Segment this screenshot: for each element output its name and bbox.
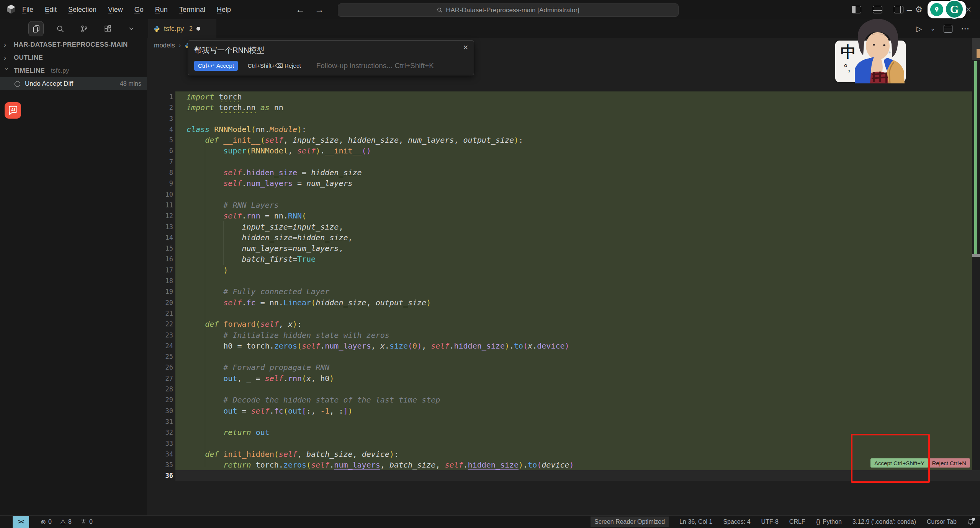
- broadcast-icon: [80, 518, 87, 526]
- section-label: HAR-DATASET-PREPROCESS-MAIN: [14, 41, 128, 49]
- more-actions-icon[interactable]: ⋯: [961, 24, 970, 34]
- code-content: 1import torch2import torch.nn as nn34cla…: [147, 91, 980, 481]
- follow-up-input[interactable]: Follow-up instructions... Ctrl+Shift+K: [316, 62, 434, 70]
- inline-reject-button[interactable]: Ctrl+Shift+⌫ Reject: [248, 62, 301, 69]
- nav-back-icon[interactable]: ←: [296, 4, 305, 15]
- code-line-text: [175, 275, 972, 286]
- toggle-panel-icon[interactable]: [873, 6, 882, 13]
- breadcrumb-folder[interactable]: models: [154, 42, 175, 49]
- line-number: 14: [147, 232, 175, 243]
- cursor-logo-icon: [6, 4, 16, 14]
- status-warning[interactable]: ⚠8: [60, 518, 72, 526]
- split-editor-icon[interactable]: [944, 25, 952, 33]
- svg-text:AI: AI: [11, 108, 15, 112]
- status-indentation[interactable]: Spaces: 4: [723, 518, 750, 525]
- window-close-button[interactable]: ✕: [965, 5, 972, 14]
- tab-tsfc-py[interactable]: tsfc.py 2: [148, 19, 216, 38]
- code-line-text: out, _ = self.rnn(x, h0): [175, 373, 972, 384]
- inline-accept-button[interactable]: Ctrl+↵ Accept: [194, 61, 238, 71]
- search-view-icon[interactable]: [53, 21, 67, 36]
- code-line: 22 def forward(self, x):: [147, 319, 980, 329]
- window-minimize-button[interactable]: –: [907, 0, 912, 19]
- status-encoding[interactable]: UTF-8: [761, 518, 779, 525]
- command-center-search[interactable]: HAR-Dataset-Preprocess-main [Administrat…: [338, 3, 679, 17]
- diff-reject-button[interactable]: Reject Ctrl+N: [928, 458, 970, 468]
- menu-bar: FileEditSelectionViewGoRunTerminalHelp: [22, 0, 231, 19]
- sidebar-section-outline[interactable]: ›OUTLINE: [0, 51, 147, 64]
- menu-help[interactable]: Help: [217, 6, 231, 14]
- remote-indicator[interactable]: ><: [13, 516, 29, 528]
- tab-label: tsfc.py: [164, 25, 184, 33]
- status-python-interpreter[interactable]: 3.12.9 ('.conda': conda): [852, 518, 916, 525]
- status-screen-reader[interactable]: Screen Reader Optimized: [591, 517, 669, 527]
- code-line-text: self.rnn = nn.RNN(: [175, 210, 972, 221]
- vscode-window: FileEditSelectionViewGoRunTerminalHelp ←…: [0, 0, 980, 528]
- toggle-secondary-sidebar-icon[interactable]: [894, 6, 903, 13]
- menu-run[interactable]: Run: [155, 6, 168, 14]
- line-number: 2: [147, 102, 175, 113]
- line-number: 35: [147, 460, 175, 470]
- status-cursor-tab[interactable]: Cursor Tab: [927, 518, 957, 525]
- line-number: 11: [147, 200, 175, 210]
- line-number: 23: [147, 330, 175, 341]
- status-eol[interactable]: CRLF: [789, 518, 805, 525]
- line-number: 10: [147, 189, 175, 200]
- explorer-icon[interactable]: [28, 21, 44, 36]
- menu-go[interactable]: Go: [134, 6, 144, 14]
- status-cursor-position[interactable]: Ln 36, Col 1: [679, 518, 712, 525]
- inline-chat-widget[interactable]: ✕ 帮我写一个RNN模型 Ctrl+↵ Accept Ctrl+Shift+⌫ …: [188, 40, 474, 75]
- code-line: 8 self.hidden_size = hidden_size: [147, 167, 980, 178]
- ai-assistant-button[interactable]: AI: [5, 102, 21, 119]
- nav-forward-icon[interactable]: →: [315, 4, 324, 15]
- menu-terminal[interactable]: Terminal: [179, 6, 205, 14]
- code-line-text: self.num_layers = num_layers: [175, 178, 972, 189]
- code-line: 11 # RNN Layers: [147, 200, 980, 210]
- close-icon[interactable]: ✕: [463, 44, 468, 52]
- run-python-file-button[interactable]: ▷: [916, 24, 922, 33]
- line-number: 5: [147, 135, 175, 145]
- code-line: 4class RNNModel(nn.Module):: [147, 124, 980, 135]
- line-number: 13: [147, 222, 175, 232]
- ruler-cursor-mark: [972, 254, 980, 257]
- code-line-text: # Forward propagate RNN: [175, 362, 972, 373]
- notifications-bell-icon[interactable]: [967, 518, 974, 525]
- code-line-text: ): [175, 265, 972, 275]
- explorer-sidebar: ›HAR-DATASET-PREPROCESS-MAIN›OUTLINE›TIM…: [0, 38, 147, 515]
- line-number: 30: [147, 406, 175, 416]
- line-number: 17: [147, 265, 175, 275]
- code-editor[interactable]: models › tsfc.py › ... 1import torch2imp…: [147, 38, 980, 515]
- line-number: 12: [147, 210, 175, 221]
- extensions-icon[interactable]: [100, 21, 115, 36]
- source-control-icon[interactable]: [77, 21, 91, 36]
- chevron-down-icon[interactable]: [124, 21, 139, 36]
- menu-view[interactable]: View: [108, 6, 123, 14]
- line-number: 16: [147, 254, 175, 264]
- grammarly-logo-icon[interactable]: G: [945, 0, 964, 19]
- annotation-red-rectangle: [851, 434, 930, 483]
- run-dropdown-icon[interactable]: ⌄: [930, 25, 935, 32]
- settings-gear-icon[interactable]: ⚙: [915, 5, 923, 14]
- line-number: 1: [147, 91, 175, 102]
- code-line-text: # Fully connected Layer: [175, 286, 972, 297]
- code-line: 26 # Forward propagate RNN: [147, 362, 980, 373]
- menu-selection[interactable]: Selection: [68, 6, 97, 14]
- status-broadcast[interactable]: 0: [80, 518, 93, 526]
- timeline-entry-undo-accept-diff[interactable]: Undo Accept Diff 48 mins: [0, 77, 147, 90]
- status-bar: >< ⊗0⚠80 Screen Reader OptimizedLn 36, C…: [0, 515, 980, 528]
- menu-file[interactable]: File: [22, 6, 33, 14]
- chevron-collapsed-icon: ›: [4, 54, 10, 62]
- status-language-mode[interactable]: {}Python: [816, 518, 842, 526]
- sidebar-section-timeline[interactable]: ›TIMELINEtsfc.py: [0, 64, 147, 77]
- unsaved-dot-icon[interactable]: [196, 27, 200, 31]
- code-line: 30 out = self.fc(out[:, -1, :]): [147, 406, 980, 416]
- sidebar-section-har-dataset-preprocess-main[interactable]: ›HAR-DATASET-PREPROCESS-MAIN: [0, 38, 147, 51]
- menu-edit[interactable]: Edit: [45, 6, 57, 14]
- toggle-primary-sidebar-icon[interactable]: [852, 6, 861, 13]
- status-error[interactable]: ⊗0: [41, 518, 52, 526]
- code-line-text: def forward(self, x):: [175, 319, 972, 329]
- line-number: 9: [147, 178, 175, 189]
- grammarly-widget[interactable]: ∷ G: [928, 1, 966, 18]
- line-number: 27: [147, 373, 175, 384]
- error-icon: ⊗: [41, 518, 46, 526]
- grammarly-suggestion-icon[interactable]: [930, 3, 943, 16]
